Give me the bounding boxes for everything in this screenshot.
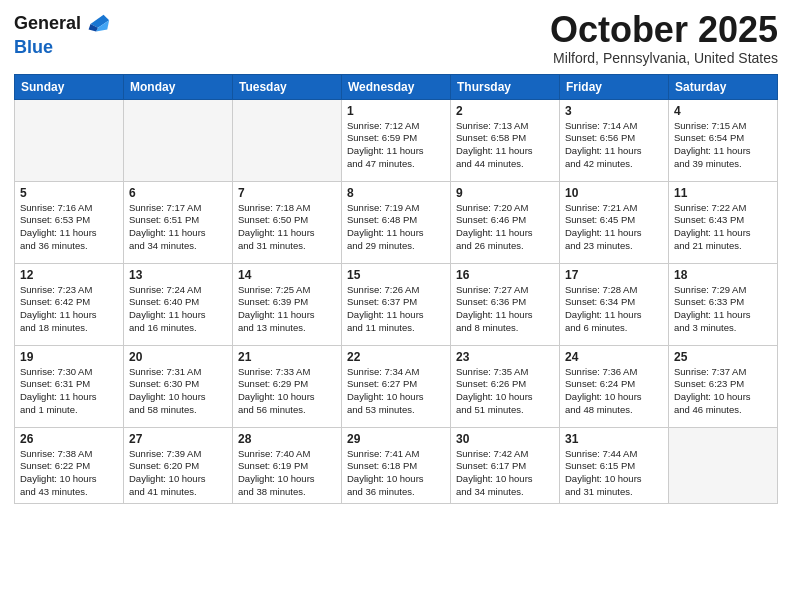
calendar-cell: 28Sunrise: 7:40 AM Sunset: 6:19 PM Dayli… <box>233 427 342 503</box>
day-info: Sunrise: 7:19 AM Sunset: 6:48 PM Dayligh… <box>347 202 445 253</box>
day-number: 17 <box>565 268 663 282</box>
calendar-cell: 17Sunrise: 7:28 AM Sunset: 6:34 PM Dayli… <box>560 263 669 345</box>
calendar-cell: 21Sunrise: 7:33 AM Sunset: 6:29 PM Dayli… <box>233 345 342 427</box>
day-number: 14 <box>238 268 336 282</box>
day-info: Sunrise: 7:29 AM Sunset: 6:33 PM Dayligh… <box>674 284 772 335</box>
day-number: 19 <box>20 350 118 364</box>
day-info: Sunrise: 7:44 AM Sunset: 6:15 PM Dayligh… <box>565 448 663 499</box>
day-number: 24 <box>565 350 663 364</box>
day-number: 9 <box>456 186 554 200</box>
calendar-week-row: 12Sunrise: 7:23 AM Sunset: 6:42 PM Dayli… <box>15 263 778 345</box>
day-number: 7 <box>238 186 336 200</box>
day-number: 31 <box>565 432 663 446</box>
day-number: 6 <box>129 186 227 200</box>
location: Milford, Pennsylvania, United States <box>550 50 778 66</box>
day-number: 29 <box>347 432 445 446</box>
day-info: Sunrise: 7:31 AM Sunset: 6:30 PM Dayligh… <box>129 366 227 417</box>
day-info: Sunrise: 7:13 AM Sunset: 6:58 PM Dayligh… <box>456 120 554 171</box>
logo-general: General <box>14 14 81 34</box>
weekday-header-row: SundayMondayTuesdayWednesdayThursdayFrid… <box>15 74 778 99</box>
day-number: 28 <box>238 432 336 446</box>
day-info: Sunrise: 7:20 AM Sunset: 6:46 PM Dayligh… <box>456 202 554 253</box>
calendar-cell: 16Sunrise: 7:27 AM Sunset: 6:36 PM Dayli… <box>451 263 560 345</box>
calendar-cell: 15Sunrise: 7:26 AM Sunset: 6:37 PM Dayli… <box>342 263 451 345</box>
calendar-cell: 5Sunrise: 7:16 AM Sunset: 6:53 PM Daylig… <box>15 181 124 263</box>
calendar-cell: 22Sunrise: 7:34 AM Sunset: 6:27 PM Dayli… <box>342 345 451 427</box>
day-number: 4 <box>674 104 772 118</box>
day-number: 26 <box>20 432 118 446</box>
day-info: Sunrise: 7:36 AM Sunset: 6:24 PM Dayligh… <box>565 366 663 417</box>
weekday-header-saturday: Saturday <box>669 74 778 99</box>
day-info: Sunrise: 7:12 AM Sunset: 6:59 PM Dayligh… <box>347 120 445 171</box>
day-number: 8 <box>347 186 445 200</box>
day-number: 30 <box>456 432 554 446</box>
calendar: SundayMondayTuesdayWednesdayThursdayFrid… <box>14 74 778 504</box>
day-info: Sunrise: 7:37 AM Sunset: 6:23 PM Dayligh… <box>674 366 772 417</box>
day-number: 23 <box>456 350 554 364</box>
calendar-cell: 26Sunrise: 7:38 AM Sunset: 6:22 PM Dayli… <box>15 427 124 503</box>
calendar-cell: 29Sunrise: 7:41 AM Sunset: 6:18 PM Dayli… <box>342 427 451 503</box>
day-info: Sunrise: 7:14 AM Sunset: 6:56 PM Dayligh… <box>565 120 663 171</box>
calendar-cell: 13Sunrise: 7:24 AM Sunset: 6:40 PM Dayli… <box>124 263 233 345</box>
day-number: 12 <box>20 268 118 282</box>
day-info: Sunrise: 7:15 AM Sunset: 6:54 PM Dayligh… <box>674 120 772 171</box>
day-number: 13 <box>129 268 227 282</box>
day-number: 11 <box>674 186 772 200</box>
logo: General Blue <box>14 10 111 58</box>
weekday-header-thursday: Thursday <box>451 74 560 99</box>
calendar-cell: 11Sunrise: 7:22 AM Sunset: 6:43 PM Dayli… <box>669 181 778 263</box>
calendar-cell: 4Sunrise: 7:15 AM Sunset: 6:54 PM Daylig… <box>669 99 778 181</box>
header: General Blue October 2025 Milford, Penns… <box>14 10 778 66</box>
day-info: Sunrise: 7:33 AM Sunset: 6:29 PM Dayligh… <box>238 366 336 417</box>
weekday-header-wednesday: Wednesday <box>342 74 451 99</box>
calendar-cell: 27Sunrise: 7:39 AM Sunset: 6:20 PM Dayli… <box>124 427 233 503</box>
day-info: Sunrise: 7:24 AM Sunset: 6:40 PM Dayligh… <box>129 284 227 335</box>
calendar-cell <box>669 427 778 503</box>
day-number: 18 <box>674 268 772 282</box>
calendar-cell <box>124 99 233 181</box>
day-info: Sunrise: 7:25 AM Sunset: 6:39 PM Dayligh… <box>238 284 336 335</box>
title-block: October 2025 Milford, Pennsylvania, Unit… <box>550 10 778 66</box>
day-number: 10 <box>565 186 663 200</box>
day-number: 16 <box>456 268 554 282</box>
calendar-cell: 25Sunrise: 7:37 AM Sunset: 6:23 PM Dayli… <box>669 345 778 427</box>
day-info: Sunrise: 7:21 AM Sunset: 6:45 PM Dayligh… <box>565 202 663 253</box>
weekday-header-tuesday: Tuesday <box>233 74 342 99</box>
calendar-cell: 9Sunrise: 7:20 AM Sunset: 6:46 PM Daylig… <box>451 181 560 263</box>
calendar-cell: 1Sunrise: 7:12 AM Sunset: 6:59 PM Daylig… <box>342 99 451 181</box>
day-info: Sunrise: 7:26 AM Sunset: 6:37 PM Dayligh… <box>347 284 445 335</box>
day-info: Sunrise: 7:30 AM Sunset: 6:31 PM Dayligh… <box>20 366 118 417</box>
calendar-cell: 10Sunrise: 7:21 AM Sunset: 6:45 PM Dayli… <box>560 181 669 263</box>
day-info: Sunrise: 7:42 AM Sunset: 6:17 PM Dayligh… <box>456 448 554 499</box>
day-info: Sunrise: 7:17 AM Sunset: 6:51 PM Dayligh… <box>129 202 227 253</box>
day-number: 15 <box>347 268 445 282</box>
weekday-header-monday: Monday <box>124 74 233 99</box>
day-number: 2 <box>456 104 554 118</box>
day-number: 5 <box>20 186 118 200</box>
day-number: 25 <box>674 350 772 364</box>
day-info: Sunrise: 7:35 AM Sunset: 6:26 PM Dayligh… <box>456 366 554 417</box>
calendar-week-row: 19Sunrise: 7:30 AM Sunset: 6:31 PM Dayli… <box>15 345 778 427</box>
day-number: 20 <box>129 350 227 364</box>
day-info: Sunrise: 7:27 AM Sunset: 6:36 PM Dayligh… <box>456 284 554 335</box>
calendar-cell: 24Sunrise: 7:36 AM Sunset: 6:24 PM Dayli… <box>560 345 669 427</box>
calendar-week-row: 26Sunrise: 7:38 AM Sunset: 6:22 PM Dayli… <box>15 427 778 503</box>
calendar-cell: 12Sunrise: 7:23 AM Sunset: 6:42 PM Dayli… <box>15 263 124 345</box>
calendar-cell: 3Sunrise: 7:14 AM Sunset: 6:56 PM Daylig… <box>560 99 669 181</box>
day-number: 22 <box>347 350 445 364</box>
calendar-cell: 31Sunrise: 7:44 AM Sunset: 6:15 PM Dayli… <box>560 427 669 503</box>
calendar-cell: 14Sunrise: 7:25 AM Sunset: 6:39 PM Dayli… <box>233 263 342 345</box>
day-number: 1 <box>347 104 445 118</box>
day-info: Sunrise: 7:34 AM Sunset: 6:27 PM Dayligh… <box>347 366 445 417</box>
day-info: Sunrise: 7:39 AM Sunset: 6:20 PM Dayligh… <box>129 448 227 499</box>
logo-blue: Blue <box>14 38 111 58</box>
weekday-header-friday: Friday <box>560 74 669 99</box>
calendar-cell: 20Sunrise: 7:31 AM Sunset: 6:30 PM Dayli… <box>124 345 233 427</box>
day-info: Sunrise: 7:41 AM Sunset: 6:18 PM Dayligh… <box>347 448 445 499</box>
calendar-cell: 6Sunrise: 7:17 AM Sunset: 6:51 PM Daylig… <box>124 181 233 263</box>
day-info: Sunrise: 7:18 AM Sunset: 6:50 PM Dayligh… <box>238 202 336 253</box>
calendar-cell: 19Sunrise: 7:30 AM Sunset: 6:31 PM Dayli… <box>15 345 124 427</box>
calendar-cell: 2Sunrise: 7:13 AM Sunset: 6:58 PM Daylig… <box>451 99 560 181</box>
calendar-cell: 23Sunrise: 7:35 AM Sunset: 6:26 PM Dayli… <box>451 345 560 427</box>
day-info: Sunrise: 7:40 AM Sunset: 6:19 PM Dayligh… <box>238 448 336 499</box>
